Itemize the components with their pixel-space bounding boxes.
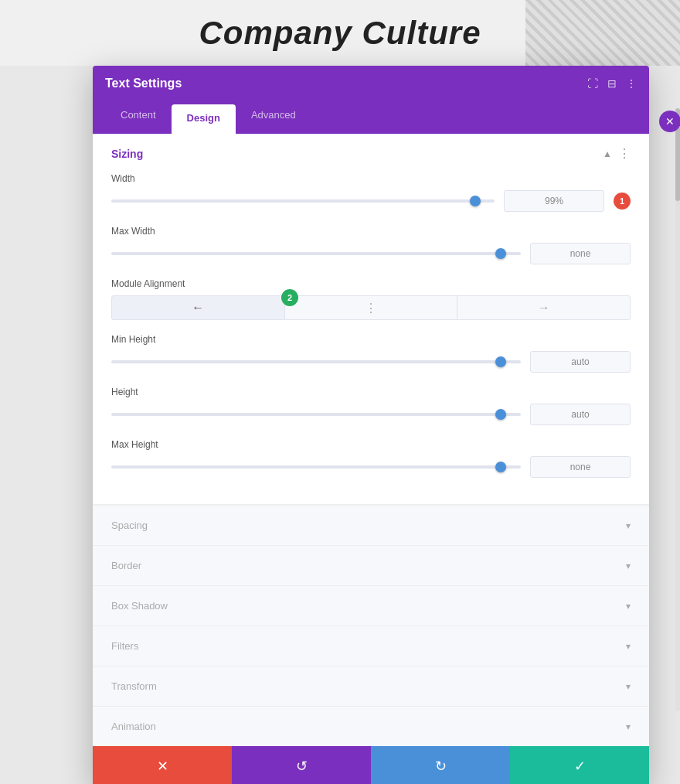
max-height-slider[interactable] (111, 465, 521, 469)
modal-header: Text Settings ⛶ ⊟ ⋮ (93, 66, 649, 101)
tab-advanced[interactable]: Advanced (236, 101, 311, 134)
animation-chevron-icon: ▾ (626, 721, 631, 732)
max-width-slider-thumb[interactable] (495, 248, 506, 259)
filters-section: Filters ▾ (93, 625, 649, 666)
tabs-container: Content Design Advanced (93, 101, 649, 134)
undo-button[interactable]: ↺ (232, 746, 371, 784)
transform-section: Transform ▾ (93, 666, 649, 706)
border-chevron-icon: ▾ (626, 561, 631, 571)
height-slider-thumb[interactable] (495, 409, 506, 420)
spacing-title: Spacing (111, 520, 148, 531)
undo-icon: ↺ (296, 758, 308, 775)
width-controls: 1 (111, 190, 631, 212)
filters-title: Filters (111, 640, 138, 652)
transform-header[interactable]: Transform ▾ (93, 666, 649, 706)
text-settings-modal: Text Settings ⛶ ⊟ ⋮ Content Design Advan… (93, 66, 649, 784)
width-slider-track (111, 199, 495, 203)
max-width-controls (111, 243, 631, 264)
tab-content[interactable]: Content (105, 101, 172, 134)
header-icons: ⛶ ⊟ ⋮ (587, 77, 637, 90)
height-field: Height (111, 387, 631, 425)
max-width-slider-track (111, 252, 521, 255)
module-alignment-badge: 2 (281, 289, 298, 306)
modal-footer: ✕ ↺ ↻ ✓ (93, 746, 649, 784)
sizing-section-title: Sizing (111, 148, 143, 160)
sizing-more-icon[interactable]: ⋮ (618, 146, 631, 161)
max-height-slider-thumb[interactable] (495, 462, 506, 472)
min-height-field: Min Height (111, 334, 631, 373)
filters-header[interactable]: Filters ▾ (93, 626, 649, 666)
height-input[interactable] (530, 404, 631, 425)
min-height-controls (111, 351, 631, 373)
min-height-label: Min Height (111, 334, 631, 345)
save-button[interactable]: ✓ (510, 746, 649, 784)
tab-design[interactable]: Design (172, 104, 236, 134)
animation-title: Animation (111, 721, 156, 732)
width-badge: 1 (614, 193, 631, 210)
animation-section: Animation ▾ (93, 706, 649, 746)
fullscreen-icon[interactable]: ⛶ (587, 77, 598, 90)
align-center-button[interactable]: ⋮ (285, 295, 457, 320)
box-shadow-header[interactable]: Box Shadow ▾ (93, 586, 649, 625)
box-shadow-title: Box Shadow (111, 600, 168, 612)
modal-close-button[interactable]: ✕ (659, 111, 680, 132)
module-alignment-label: Module Alignment (111, 278, 631, 289)
alignment-buttons: ← ⋮ → (111, 295, 631, 320)
max-width-slider[interactable] (111, 252, 521, 255)
min-height-slider-track (111, 360, 521, 363)
height-controls (111, 404, 631, 425)
background-area: Company Culture (0, 0, 680, 66)
width-input[interactable] (504, 190, 604, 212)
max-width-field: Max Width (111, 226, 631, 264)
modal-content: Sizing ▲ ⋮ Width 1 (93, 134, 649, 746)
more-icon[interactable]: ⋮ (626, 77, 637, 90)
background-stripe (525, 0, 680, 66)
save-icon: ✓ (574, 758, 586, 775)
width-label: Width (111, 173, 631, 184)
split-icon[interactable]: ⊟ (607, 77, 617, 90)
min-height-slider-thumb[interactable] (495, 356, 506, 367)
border-title: Border (111, 560, 141, 571)
max-width-label: Max Width (111, 226, 631, 237)
min-height-input[interactable] (530, 351, 631, 373)
max-height-slider-track (111, 465, 521, 469)
spacing-section: Spacing ▾ (93, 505, 649, 545)
border-section: Border ▾ (93, 545, 649, 585)
modal-title: Text Settings (105, 77, 182, 90)
transform-title: Transform (111, 680, 157, 692)
filters-chevron-icon: ▾ (626, 641, 631, 652)
module-alignment-controls: ← ⋮ → 2 (111, 295, 631, 320)
sizing-section: Sizing ▲ ⋮ Width 1 (93, 134, 649, 505)
sizing-collapse-icon[interactable]: ▲ (603, 148, 612, 159)
max-height-field: Max Height (111, 439, 631, 478)
spacing-chevron-icon: ▾ (626, 520, 631, 531)
sizing-section-header: Sizing ▲ ⋮ (111, 146, 631, 161)
max-height-controls (111, 456, 631, 478)
redo-button[interactable]: ↻ (371, 746, 510, 784)
page-background-title: Company Culture (199, 15, 481, 52)
box-shadow-chevron-icon: ▾ (626, 601, 631, 612)
cancel-button[interactable]: ✕ (93, 746, 232, 784)
align-right-button[interactable]: → (457, 295, 631, 320)
spacing-header[interactable]: Spacing ▾ (93, 506, 649, 545)
width-slider[interactable] (111, 199, 495, 203)
max-height-label: Max Height (111, 439, 631, 450)
align-left-button[interactable]: ← (111, 295, 285, 320)
transform-chevron-icon: ▾ (626, 681, 631, 692)
redo-icon: ↻ (435, 758, 447, 775)
scrollbar-track (675, 108, 680, 711)
width-slider-thumb[interactable] (470, 196, 481, 206)
section-controls: ▲ ⋮ (603, 146, 631, 161)
module-alignment-field: Module Alignment ← ⋮ → 2 (111, 278, 631, 320)
width-field: Width 1 (111, 173, 631, 212)
box-shadow-section: Box Shadow ▾ (93, 585, 649, 625)
max-height-input[interactable] (530, 456, 631, 478)
min-height-slider[interactable] (111, 360, 521, 363)
height-slider[interactable] (111, 413, 521, 416)
max-width-input[interactable] (530, 243, 631, 264)
animation-header[interactable]: Animation ▾ (93, 707, 649, 746)
cancel-icon: ✕ (157, 758, 168, 775)
height-label: Height (111, 387, 631, 397)
border-header[interactable]: Border ▾ (93, 546, 649, 585)
height-slider-track (111, 413, 521, 416)
